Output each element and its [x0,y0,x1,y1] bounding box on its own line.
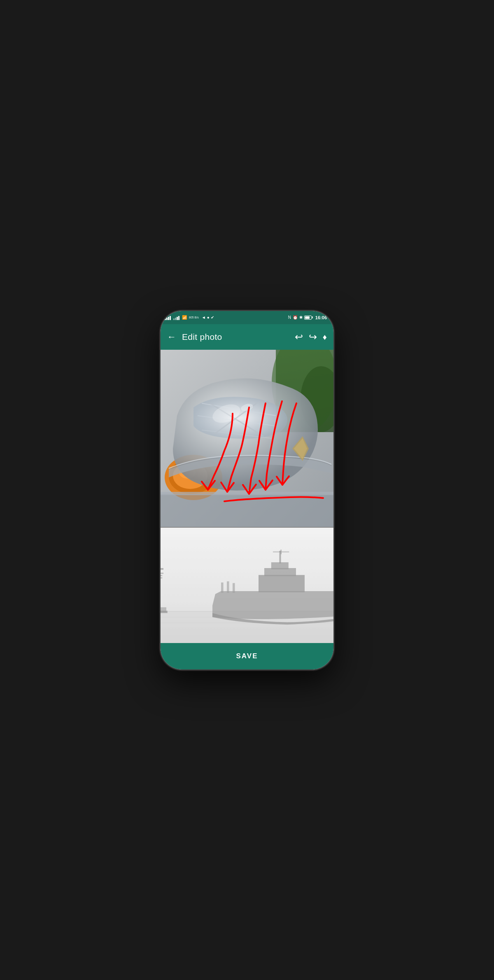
page-title: Edit photo [182,332,295,342]
erase-button[interactable]: ♦ [323,333,327,341]
signal-bar [170,316,171,320]
nav-back-icon: ◄ [202,315,206,320]
back-button[interactable]: ← [167,332,176,341]
battery-indicator [304,316,313,320]
phone-screen: 📶 805 B/s ◄ ● ✔ N ⏰ ✱ 16:06 [161,311,333,669]
signal-bars-2 [173,315,179,320]
save-bar: SAVE [161,643,333,669]
redo-button[interactable]: ↪ [309,332,317,342]
wifi-icon: 📶 [182,315,187,320]
bluetooth-icon: ✱ [299,315,303,320]
phone-frame: 📶 805 B/s ◄ ● ✔ N ⏰ ✱ 16:06 [161,311,333,669]
time-display: 16:06 [315,315,327,320]
alarm-icon: ⏰ [293,315,298,320]
battery-body [304,316,312,320]
annotations-overlay [161,350,333,527]
battery-tip [312,316,313,318]
signal-bar [166,318,168,320]
network-speed: 805 B/s [189,316,199,319]
app-bar: ← Edit photo ↩ ↪ ♦ [161,324,333,350]
secondary-photo[interactable] [161,528,333,643]
undo-button[interactable]: ↩ [295,332,303,342]
ship-scene-image [161,528,333,643]
nfc-icon: N [288,315,291,320]
signal-bar [175,318,176,320]
signal-bar [165,318,166,320]
status-left: 📶 805 B/s ◄ ● ✔ [165,315,214,320]
signal-bar [177,317,178,320]
nav-circle-icon: ● [207,315,210,320]
battery-fill [305,316,310,319]
save-button[interactable]: SAVE [236,652,258,660]
nav-check-icon: ✔ [211,315,214,320]
photo-area [161,350,333,643]
signal-bar [178,316,179,320]
signal-bar [168,317,169,320]
status-right: N ⏰ ✱ 16:06 [288,315,327,320]
signal-bar [173,318,175,320]
main-photo[interactable] [161,350,333,527]
svg-rect-40 [161,528,333,643]
status-bar: 📶 805 B/s ◄ ● ✔ N ⏰ ✱ 16:06 [161,311,333,324]
toolbar-actions: ↩ ↪ ♦ [295,332,327,342]
signal-bars-1 [165,315,171,320]
